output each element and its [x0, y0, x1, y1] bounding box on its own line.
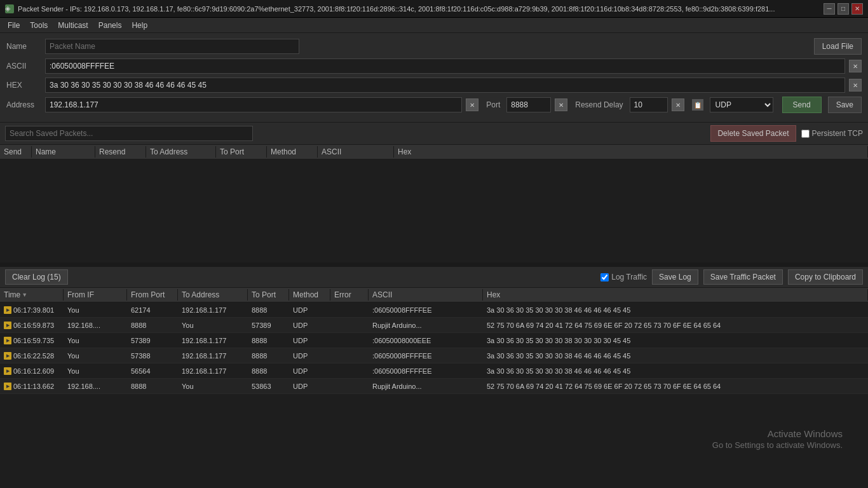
log-cell-toport: 8888: [248, 351, 289, 361]
menu-panels[interactable]: Panels: [93, 20, 127, 31]
saved-col-hex: Hex: [394, 146, 868, 158]
log-cell-hex: 52 75 70 6A 69 74 20 41 72 64 75 69 6E 6…: [483, 320, 868, 330]
ascii-clear-button[interactable]: ✕: [849, 60, 862, 72]
log-row-icon: ▶: [4, 337, 11, 344]
window-controls: ─ □ ✕: [824, 3, 863, 15]
log-row[interactable]: ▶ 06:16:59.735 You 57389 192.168.1.177 8…: [0, 333, 868, 348]
persistent-tcp-checkbox[interactable]: [801, 130, 810, 138]
menu-tools[interactable]: Tools: [25, 20, 53, 31]
log-cell-error: [330, 355, 369, 357]
send-button[interactable]: Send: [782, 97, 822, 113]
search-input[interactable]: [5, 126, 253, 141]
address-input[interactable]: [45, 97, 462, 112]
log-col-method: Method: [289, 289, 330, 301]
address-row: Address ✕ Port ✕ Resend Delay ✕ 📋 UDP TC…: [6, 97, 862, 113]
address-clear-button[interactable]: ✕: [466, 98, 478, 111]
log-cell-error: [330, 309, 369, 311]
log-cell-time: ▶ 06:16:12.609: [0, 366, 64, 376]
log-cell-fromif: You: [64, 305, 127, 315]
log-row-icon: ▶: [4, 352, 11, 360]
log-cell-ascii: :06050008FFFFEE: [369, 305, 483, 315]
log-cell-ascii: Rupjit Arduino...: [369, 381, 483, 391]
log-cell-toport: 53863: [248, 381, 289, 391]
log-cell-toport: 8888: [248, 305, 289, 315]
log-col-fromif: From IF: [64, 289, 127, 301]
log-cell-error: [330, 339, 369, 342]
log-row-icon: ▶: [4, 322, 11, 329]
log-row[interactable]: ▶ 06:16:59.873 192.168.... 8888 You 5738…: [0, 318, 868, 333]
menu-multicast[interactable]: Multicast: [53, 20, 93, 31]
log-cell-method: UDP: [289, 305, 330, 315]
log-cell-toport: 8888: [248, 366, 289, 376]
port-input[interactable]: [506, 97, 551, 112]
resend-clear-button[interactable]: ✕: [672, 98, 684, 111]
log-traffic-checkbox[interactable]: [600, 273, 609, 281]
log-cell-hex: 3a 30 36 30 35 30 30 30 38 30 30 30 30 4…: [483, 336, 868, 346]
persistent-tcp-label[interactable]: Persistent TCP: [801, 129, 863, 138]
save-traffic-button[interactable]: Save Traffic Packet: [703, 269, 783, 285]
log-table-header: Time ▼ From IF From Port To Address To P…: [0, 288, 868, 302]
log-cell-ascii: :06050008000EEE: [369, 336, 483, 346]
log-header: Clear Log (15) Log Traffic Save Log Save…: [0, 267, 868, 288]
saved-col-resend: Resend: [95, 146, 146, 158]
ascii-input[interactable]: [45, 58, 845, 74]
log-row[interactable]: ▶ 06:16:22.528 You 57388 192.168.1.177 8…: [0, 348, 868, 363]
log-row-icon: ▶: [4, 306, 11, 314]
log-row[interactable]: ▶ 06:17:39.801 You 62174 192.168.1.177 8…: [0, 302, 868, 318]
save-button[interactable]: Save: [828, 97, 862, 113]
log-col-time: Time ▼: [0, 289, 64, 301]
port-clear-button[interactable]: ✕: [555, 98, 567, 111]
log-cell-toaddr: You: [178, 320, 248, 330]
saved-content: [0, 159, 868, 262]
log-col-toaddr: To Address: [178, 289, 248, 301]
name-input[interactable]: [45, 39, 299, 54]
log-cell-method: UDP: [289, 320, 330, 330]
resend-label: Resend Delay: [575, 100, 623, 109]
menubar: File Tools Multicast Panels Help: [0, 18, 868, 33]
menu-help[interactable]: Help: [126, 20, 153, 31]
hex-clear-button[interactable]: ✕: [849, 79, 862, 92]
log-cell-fromport: 62174: [127, 305, 178, 315]
log-cell-fromif: 192.168....: [64, 320, 127, 330]
log-col-fromport: From Port: [127, 289, 178, 301]
log-cell-toaddr: 192.168.1.177: [178, 351, 248, 361]
close-button[interactable]: ✕: [851, 3, 863, 15]
protocol-select[interactable]: UDP TCP SSL: [710, 97, 773, 112]
log-cell-method: UDP: [289, 336, 330, 346]
log-cell-fromport: 56564: [127, 366, 178, 376]
name-label: Name: [6, 42, 41, 51]
saved-header: Delete Saved Packet Persistent TCP: [0, 123, 868, 145]
log-cell-method: UDP: [289, 381, 330, 391]
load-file-button[interactable]: Load File: [814, 38, 862, 55]
resend-icon: 📋: [692, 99, 703, 111]
clear-log-button[interactable]: Clear Log (15): [5, 269, 68, 285]
maximize-button[interactable]: □: [837, 3, 849, 15]
log-cell-toport: 8888: [248, 336, 289, 346]
resend-input[interactable]: [630, 97, 668, 112]
log-cell-time: ▶ 06:16:59.735: [0, 336, 64, 346]
delete-saved-button[interactable]: Delete Saved Packet: [710, 125, 796, 142]
saved-table-header: Send Name Resend To Address To Port Meth…: [0, 145, 868, 159]
log-cell-hex: 3a 30 36 30 35 30 30 30 38 46 46 46 46 4…: [483, 351, 868, 361]
log-cell-ascii: Rupjit Arduino...: [369, 320, 483, 330]
ascii-row: ASCII ✕: [6, 58, 862, 74]
minimize-button[interactable]: ─: [824, 3, 835, 15]
log-col-error: Error: [330, 289, 369, 301]
log-traffic-container: Log Traffic: [600, 273, 647, 281]
log-cell-toaddr: 192.168.1.177: [178, 336, 248, 346]
hex-input[interactable]: [45, 78, 845, 93]
log-row[interactable]: ▶ 06:16:12.609 You 56564 192.168.1.177 8…: [0, 363, 868, 379]
copy-clipboard-button[interactable]: Copy to Clipboard: [788, 269, 863, 285]
log-row[interactable]: ▶ 06:11:13.662 192.168.... 8888 You 5386…: [0, 379, 868, 394]
save-log-button[interactable]: Save Log: [652, 269, 698, 285]
menu-file[interactable]: File: [3, 20, 25, 31]
log-cell-error: [330, 385, 369, 388]
saved-col-send: Send: [0, 146, 32, 158]
log-cell-fromport: 8888: [127, 381, 178, 391]
log-cell-method: UDP: [289, 351, 330, 361]
log-cell-time: ▶ 06:17:39.801: [0, 305, 64, 315]
saved-col-toport: To Port: [216, 146, 267, 158]
log-cell-fromif: 192.168....: [64, 381, 127, 391]
log-cell-toport: 57389: [248, 320, 289, 330]
log-cell-fromport: 57388: [127, 351, 178, 361]
